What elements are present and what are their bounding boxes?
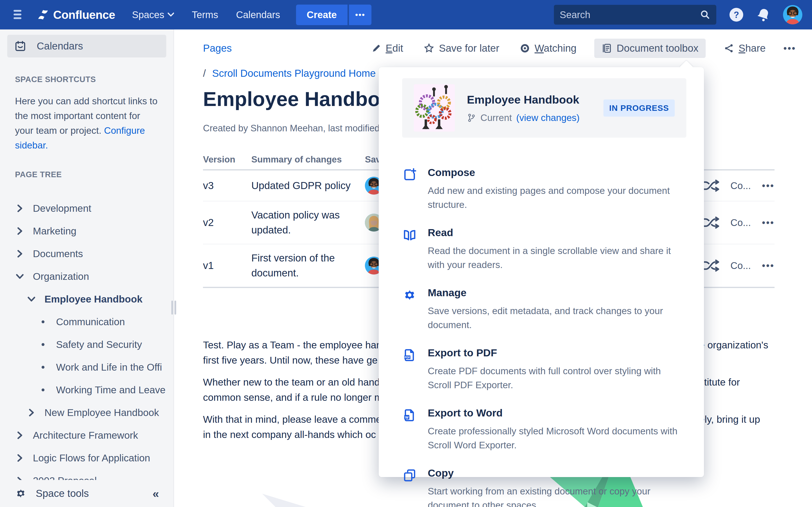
body-line: common sense, and if a rule no longer m	[203, 390, 383, 405]
document-toolbox-button[interactable]: Document toolbox	[594, 39, 706, 58]
row-compare-link[interactable]: Co...	[730, 260, 751, 271]
body-line-continued: e organization's	[699, 338, 768, 353]
tree-item-communication[interactable]: Communication	[0, 311, 173, 333]
body-line: first five years. Until now, these have …	[203, 353, 377, 368]
breadcrumb-home-link[interactable]: Scroll Documents Playground Home	[212, 68, 376, 79]
toolbox-item-description: Start working from an existing document …	[428, 484, 684, 507]
gear-icon[interactable]	[14, 487, 27, 500]
help-icon[interactable]: ?	[729, 7, 744, 22]
pencil-icon	[371, 43, 382, 53]
create-more-button[interactable]: •••	[349, 5, 372, 25]
chevron-right-icon[interactable]	[15, 250, 24, 258]
collapse-sidebar-button[interactable]: «	[152, 487, 159, 500]
chevron-right-icon[interactable]	[15, 454, 24, 462]
chevron-right-icon[interactable]	[15, 205, 24, 212]
chevron-right-icon[interactable]	[27, 409, 36, 416]
compare-shuffle-icon[interactable]	[702, 179, 719, 192]
tree-item-employee-handbook[interactable]: Employee Handbook	[0, 288, 173, 311]
svg-text:?: ?	[734, 10, 739, 20]
create-button[interactable]: Create	[296, 5, 348, 25]
toolbox-item-compose[interactable]: Compose Add new and existing pages and c…	[403, 167, 684, 212]
row-more-button[interactable]: •••	[762, 181, 774, 191]
chevron-down-icon	[168, 12, 174, 17]
search-icon[interactable]	[700, 9, 711, 20]
toolbox-item-title: Export to Word	[428, 407, 684, 419]
branch-icon	[467, 113, 476, 122]
notifications-bell-icon[interactable]	[756, 8, 770, 22]
tree-item-development[interactable]: Development	[0, 197, 173, 220]
popup-document-title: Employee Handbook	[467, 93, 579, 106]
nav-calendars[interactable]: Calendars	[236, 9, 280, 20]
column-header-version: Version	[203, 155, 251, 165]
row-compare-link[interactable]: Co...	[730, 217, 751, 228]
toolbox-item-export-pdf[interactable]: PDF Export to PDF Create PDF documents w…	[403, 347, 684, 392]
confluence-logo-icon	[36, 8, 50, 21]
toolbox-item-manage[interactable]: Manage Save versions, edit metadata, and…	[403, 287, 684, 332]
save-for-later-button[interactable]: Save for later	[421, 39, 502, 58]
body-line: Test. Play as a Team - the employee han	[203, 338, 382, 353]
tree-item-marketing[interactable]: Marketing	[0, 220, 173, 242]
chevron-down-icon[interactable]	[27, 296, 36, 302]
compare-shuffle-icon[interactable]	[702, 259, 719, 272]
breadcrumb-pages-link[interactable]: Pages	[203, 43, 232, 54]
view-changes-link[interactable]: (view changes)	[516, 113, 579, 123]
tree-item-architecture-framework[interactable]: Architecture Framework	[0, 424, 173, 447]
confluence-logo[interactable]: Confluence	[36, 8, 115, 21]
toolbox-item-title: Compose	[428, 167, 684, 178]
share-button[interactable]: Share	[721, 39, 768, 58]
tree-item-documents[interactable]: Documents	[0, 242, 173, 265]
edit-button[interactable]: Edit	[369, 39, 406, 58]
tree-item-safety-and-security[interactable]: Safety and Security	[0, 333, 173, 356]
sidebar-resize-handle[interactable]	[170, 300, 177, 315]
calendar-icon	[14, 40, 26, 52]
row-compare-link[interactable]: Co...	[730, 180, 751, 191]
version-cell: v3	[203, 180, 251, 191]
page-more-actions-button[interactable]: •••	[783, 43, 796, 54]
tree-item-logic-flows-for-application[interactable]: Logic Flows for Application	[0, 447, 173, 469]
tree-item-new-employee-handbook[interactable]: New Employee Handbook	[0, 401, 173, 424]
bullet-icon	[38, 388, 48, 391]
word-file-icon: W	[403, 408, 417, 452]
body-line-continued: stitute for	[699, 375, 740, 390]
compose-page-plus-icon	[403, 168, 417, 212]
tree-item-working-time-and-leave[interactable]: Working Time and Leave	[0, 379, 173, 401]
body-line: Whether new to the team or an old hand	[203, 375, 380, 390]
version-cell: v1	[203, 260, 251, 271]
column-header-summary: Summary of changes	[251, 155, 365, 165]
toolbox-item-export-word[interactable]: W Export to Word Create professionally s…	[403, 407, 684, 452]
compare-shuffle-icon[interactable]	[702, 216, 719, 229]
bullet-icon	[38, 320, 48, 323]
pdf-file-icon: PDF	[403, 348, 417, 392]
svg-text:W: W	[405, 415, 409, 419]
tree-item-work-and-life-in-the-office[interactable]: Work and Life in the Offi	[0, 356, 173, 379]
toolbox-item-copy[interactable]: Copy Start working from an existing docu…	[403, 467, 684, 507]
row-more-button[interactable]: •••	[762, 218, 774, 228]
chevron-right-icon[interactable]	[15, 227, 24, 235]
page-tree-heading: PAGE TREE	[15, 170, 173, 179]
tree-item-organization[interactable]: Organization	[0, 265, 173, 288]
search-input[interactable]	[560, 9, 700, 20]
toolbox-item-title: Manage	[428, 287, 684, 299]
share-icon	[723, 43, 734, 54]
space-shortcuts-text: Here you can add shortcut links to the m…	[15, 94, 158, 153]
breadcrumb: / Scroll Documents Playground Home /	[203, 68, 385, 79]
chevron-right-icon[interactable]	[15, 432, 24, 439]
nav-spaces[interactable]: Spaces	[132, 9, 174, 20]
chevron-down-icon[interactable]	[15, 274, 24, 279]
space-tools-button[interactable]: Space tools	[36, 488, 89, 499]
user-avatar[interactable]	[783, 5, 802, 24]
toolbox-item-read[interactable]: Read Read the document in a single scrol…	[403, 227, 684, 272]
search-box	[554, 5, 716, 24]
nav-terms[interactable]: Terms	[192, 9, 218, 20]
document-toolbox-icon	[602, 43, 612, 54]
space-shortcuts-heading: SPACE SHORTCUTS	[15, 75, 173, 84]
version-cell: v2	[203, 217, 251, 228]
summary-cell: First version of the document.	[251, 250, 365, 281]
row-more-button[interactable]: •••	[762, 261, 774, 271]
toolbox-item-title: Export to PDF	[428, 347, 684, 359]
watching-button[interactable]: Watching	[517, 39, 579, 58]
sidebar-item-calendars[interactable]: Calendars	[7, 35, 166, 57]
toolbox-item-title: Read	[428, 227, 684, 238]
hamburger-menu-icon[interactable]	[13, 10, 24, 19]
bullet-icon	[38, 343, 48, 346]
